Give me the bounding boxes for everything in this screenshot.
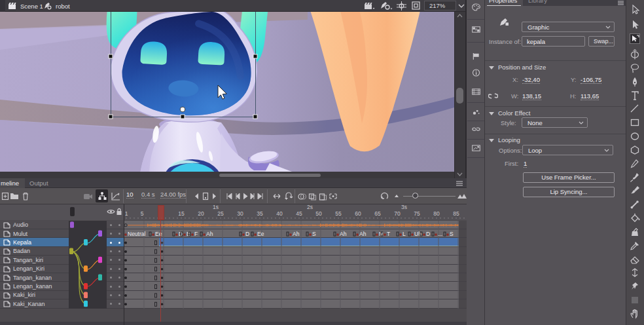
svg-text:S: S bbox=[450, 231, 454, 237]
svg-text:S: S bbox=[312, 231, 316, 237]
svg-text:D: D bbox=[426, 231, 430, 237]
svg-text:Ah: Ah bbox=[206, 231, 213, 237]
svg-text:Ah: Ah bbox=[359, 231, 367, 237]
svg-text:T: T bbox=[387, 231, 390, 237]
svg-text:Neutral: Neutral bbox=[128, 231, 146, 237]
svg-text:...: ... bbox=[438, 231, 442, 237]
svg-text:Ah: Ah bbox=[293, 231, 300, 237]
svg-text:Ah: Ah bbox=[340, 231, 347, 237]
svg-text:L: L bbox=[402, 231, 406, 237]
svg-text:Uh: Uh bbox=[414, 231, 421, 237]
svg-text:Ee: Ee bbox=[257, 231, 264, 237]
svg-text:D: D bbox=[245, 231, 249, 237]
svg-text:F: F bbox=[194, 231, 198, 237]
